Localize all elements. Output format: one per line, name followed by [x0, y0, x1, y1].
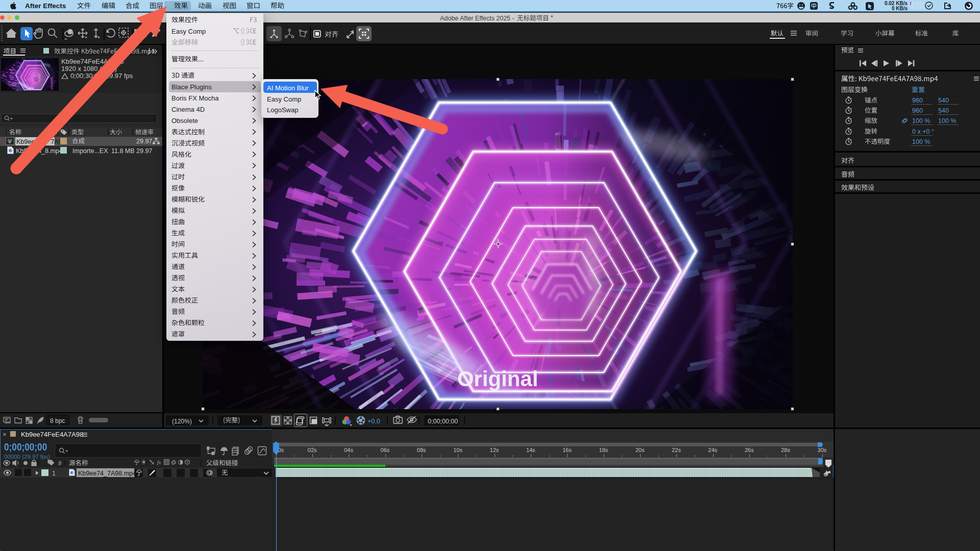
svg-text:Original: Original	[457, 367, 538, 391]
svg-text:fx: fx	[157, 460, 161, 465]
